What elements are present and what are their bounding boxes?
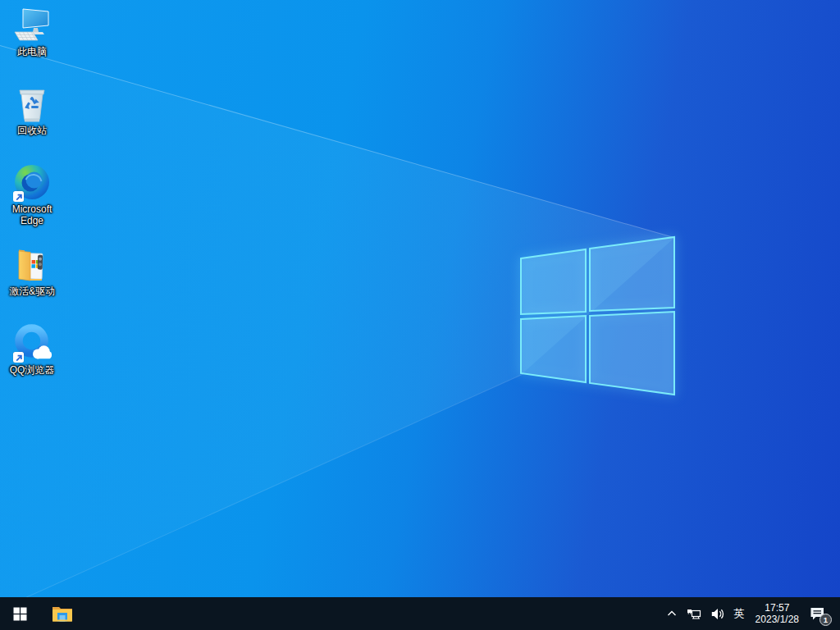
system-tray: 英 17:57 2023/1/28 1	[662, 597, 840, 630]
action-center-button[interactable]: 1	[805, 597, 833, 630]
desktop-icon-label: 激活&驱动	[9, 285, 55, 297]
ime-language-indicator[interactable]: 英	[729, 597, 750, 630]
taskbar: 英 17:57 2023/1/28 1	[0, 597, 840, 630]
clock-time: 17:57	[765, 602, 789, 614]
volume-tray-button[interactable]	[706, 597, 729, 630]
desktop-icon-label: 此电脑	[17, 46, 47, 57]
microsoft-edge-icon	[12, 162, 52, 202]
windows-logo-wallpaper	[517, 232, 678, 398]
network-tray-button[interactable]	[682, 597, 706, 630]
shortcut-arrow-icon	[13, 191, 24, 202]
recycle-bin-icon	[12, 84, 52, 123]
desktop-icon-label: Microsoft Edge	[1, 203, 63, 226]
shortcut-arrow-icon	[13, 352, 24, 363]
desktop-icon-microsoft-edge[interactable]: Microsoft Edge	[1, 162, 63, 226]
desktop-icon-label: 回收站	[17, 125, 47, 136]
notification-count-badge: 1	[819, 614, 832, 626]
desktop-icon-label: QQ浏览器	[10, 364, 55, 376]
desktop-icon-recycle-bin[interactable]: 回收站	[1, 84, 63, 136]
desktop-icon-this-pc[interactable]: 此电脑	[1, 5, 63, 57]
windows-start-icon	[13, 607, 27, 621]
clock-tray-button[interactable]: 17:57 2023/1/28	[750, 597, 805, 630]
desktop-icon-qq-browser[interactable]: QQ浏览器	[1, 323, 63, 376]
network-ethernet-icon	[687, 608, 701, 620]
desktop-wallpaper	[0, 0, 840, 630]
start-button[interactable]	[0, 597, 39, 630]
file-explorer-icon	[52, 605, 73, 623]
ime-label: 英	[734, 606, 745, 621]
activation-driver-folder-icon	[12, 244, 52, 284]
file-explorer-button[interactable]	[44, 597, 80, 630]
this-pc-icon	[12, 5, 52, 44]
show-hidden-icons-button[interactable]	[662, 597, 682, 630]
chevron-up-icon	[667, 610, 677, 617]
qq-browser-icon	[12, 323, 52, 363]
desktop-icon-activation-driver[interactable]: 激活&驱动	[1, 244, 63, 297]
speaker-icon	[711, 608, 724, 620]
clock-date: 2023/1/28	[756, 614, 799, 626]
wallpaper-light-beam	[0, 0, 840, 630]
taskbar-empty-area	[80, 597, 662, 630]
